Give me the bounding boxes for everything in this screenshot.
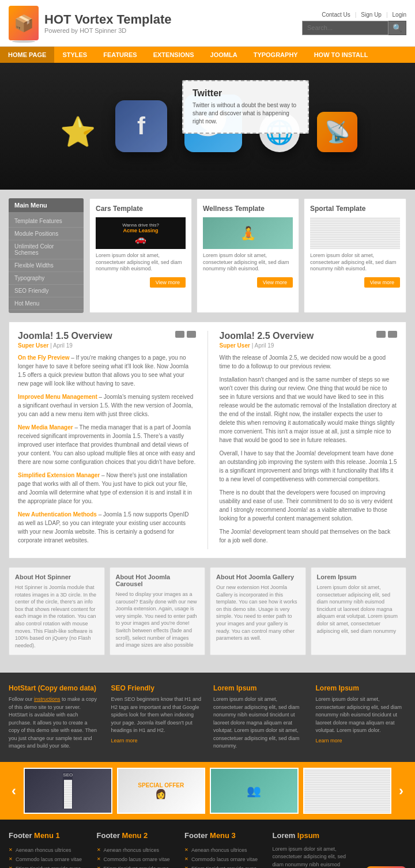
dark-learn-more-1[interactable]: Learn more xyxy=(111,738,138,744)
email-icon[interactable] xyxy=(175,331,184,338)
footer-item-1-0[interactable]: Aenean rhoncus ultrices xyxy=(97,846,176,855)
sidebar-item-0[interactable]: Template Features xyxy=(9,215,84,228)
article-p-0: With the release of Joomla 2.5, we decid… xyxy=(220,353,398,371)
info-card-title-0: About Hot Spinner xyxy=(15,573,99,580)
article-title-1: Joomla! 2.5 Overview xyxy=(220,331,398,341)
footer-item-0-0[interactable]: Aenean rhoncus ultrices xyxy=(9,846,88,855)
sidebar-item-6[interactable]: Hot Menu xyxy=(9,297,84,310)
contact-link[interactable]: Contact Us xyxy=(322,12,350,18)
article-icons-0 xyxy=(175,331,196,338)
logo-icon: 📦 xyxy=(9,6,39,40)
sidebar-item-3[interactable]: Flexible Widths xyxy=(9,259,84,272)
info-card-2: About Hot Joomla Gallery Our new extensi… xyxy=(210,567,306,655)
footer-item-2-2[interactable]: Etiam tincidunt gravida nunc xyxy=(184,864,264,868)
footer-list-2: Aenean rhoncus ultrices Commodo lacus or… xyxy=(184,846,264,868)
footer-list-0: Aenean rhoncus ultrices Commodo lacus or… xyxy=(9,846,88,868)
sidebar-item-4[interactable]: Typography xyxy=(9,272,84,285)
carousel-next[interactable]: › xyxy=(396,780,406,802)
dark-learn-more-3[interactable]: Learn more xyxy=(316,738,342,744)
article-p-3: There is no doubt that the developers we… xyxy=(220,488,398,523)
star-icon: ⭐ xyxy=(58,112,98,152)
footer-list-1: Aenean rhoncus ultrices Commodo lacus or… xyxy=(97,846,176,868)
dark-col-3: Lorem Ipsum Lorem ipsum dolor sit amet, … xyxy=(316,684,407,750)
footer-title-0: Footer Menu 1 xyxy=(9,831,88,840)
footer-item-0-2[interactable]: Etiam tincidunt gravida nunc xyxy=(9,864,88,868)
article-0: Joomla! 1.5 Overview Super User | April … xyxy=(18,331,196,549)
footer-col-1: Footer Menu 2 Aenean rhoncus ultrices Co… xyxy=(97,831,176,868)
nav-how-to[interactable]: HOW TO INSTALL xyxy=(306,47,376,63)
featured-card-sportal: Sportal Template Lorem ipsum dolor sit a… xyxy=(304,198,406,313)
logo-area: 📦 HOT Vortex Template Powered by HOT Spi… xyxy=(9,6,171,40)
email-icon-2[interactable] xyxy=(376,331,386,338)
dark-title-3: Lorem Ipsum xyxy=(316,684,407,692)
footer-item-2-0[interactable]: Aenean rhoncus ultrices xyxy=(184,846,264,855)
article-date-0: | April 19 xyxy=(50,342,73,349)
footer-col-3: Lorem Ipsum Lorem ipsum dolor sit amet, … xyxy=(273,831,352,868)
header-right: Contact Us | Sign Up | Login 🔍 xyxy=(302,12,406,35)
nav-extensions[interactable]: EXTENSIONS xyxy=(145,47,202,63)
featured-title-0: Cars Template xyxy=(96,205,186,213)
nav-joomla[interactable]: JOOMLA xyxy=(202,47,246,63)
nav-home[interactable]: HOME PAGE xyxy=(0,47,54,63)
footer-title-1: Footer Menu 2 xyxy=(97,831,176,840)
article-feature-2: New Media Manager – The media manager th… xyxy=(18,423,196,466)
article-meta-1: Super User | April 19 xyxy=(220,342,398,349)
dark-title-2: Lorem Ipsum xyxy=(213,684,304,692)
info-card-text-0: Hot Spinner is Joomla module that rotate… xyxy=(15,584,99,649)
featured-row: Main Menu Template Features Module Posit… xyxy=(9,198,406,313)
info-card-title-1: About Hot Joomla Carousel xyxy=(116,573,199,587)
site-name: HOT Vortex Template xyxy=(44,12,171,27)
footer-item-1-1[interactable]: Commodo lacus ornare vitae xyxy=(97,855,176,864)
sidebar-item-5[interactable]: SEO Friendly xyxy=(9,285,84,297)
article-feature-4: New Authentication Methods – Joomla 1.5 … xyxy=(18,510,196,545)
carousel-item-0[interactable]: SEO xyxy=(24,768,112,814)
featured-desc-1: Lorem ipsum dolor sit amet, consectetuer… xyxy=(203,252,293,273)
nav-styles[interactable]: STYLES xyxy=(54,47,95,63)
print-icon-2[interactable] xyxy=(388,331,397,338)
sidebar-item-1[interactable]: Module Positions xyxy=(9,228,84,240)
footer-item-1-2[interactable]: Etiam tincidunt gravida nunc xyxy=(97,864,176,868)
featured-thumb-0: Wanna drive this? Acme Leasing 🚗 xyxy=(96,217,186,249)
site-subtitle: Powered by HOT Spinner 3D xyxy=(44,27,171,34)
info-card-title-3: Lorem Ipsum xyxy=(317,573,401,580)
view-more-btn-2[interactable]: View more xyxy=(364,277,400,288)
view-more-btn-0[interactable]: View more xyxy=(150,277,186,288)
featured-title-2: Sportal Template xyxy=(310,205,400,213)
signup-link[interactable]: Sign Up xyxy=(361,12,382,18)
print-icon[interactable] xyxy=(187,331,196,338)
article-p-4: The Joomla! development team should pat … xyxy=(220,527,398,545)
footer-title-3: Lorem Ipsum xyxy=(273,831,352,840)
nav-typography[interactable]: TYPOGRAPHY xyxy=(246,47,306,63)
site-title: HOT Vortex Template Powered by HOT Spinn… xyxy=(44,12,171,34)
nav-features[interactable]: FEATURES xyxy=(95,47,145,63)
featured-items: Cars Template Wanna drive this? Acme Lea… xyxy=(89,198,406,313)
article-date-1: | April 19 xyxy=(252,342,274,349)
carousel-prev[interactable]: ‹ xyxy=(9,780,19,802)
carousel-item-3[interactable] xyxy=(303,768,392,814)
article-p-1: Installation hasn't changed and is the s… xyxy=(220,375,398,444)
footer-title-2: Footer Menu 3 xyxy=(184,831,264,840)
carousel-section: ‹ SEO SPECIAL OFFER 👩 👥 xyxy=(0,762,415,820)
login-link[interactable]: Login xyxy=(393,12,406,18)
hero-slider: ⭐ f 🌐 📡 Twitter Twitter is without a dou… xyxy=(0,63,415,190)
footer-logo: Joomla FOX xyxy=(360,831,406,868)
footer-item-2-1[interactable]: Commodo lacus ornare vitae xyxy=(184,855,264,864)
hero-tooltip: Twitter Twitter is without a doubt the b… xyxy=(182,80,309,134)
article-divider xyxy=(207,331,208,549)
search-button[interactable]: 🔍 xyxy=(388,21,406,35)
instructions-link[interactable]: instructions xyxy=(34,696,61,702)
info-card-text-1: Need to display your images as a carouse… xyxy=(116,591,199,649)
header: 📦 HOT Vortex Template Powered by HOT Spi… xyxy=(0,0,415,47)
tooltip-text: Twitter is without a doubt the best way … xyxy=(193,101,299,126)
sidebar-item-2[interactable]: Unlimited Color Schemes xyxy=(9,240,84,259)
footer-item-0-1[interactable]: Commodo lacus ornare vitae xyxy=(9,855,88,864)
article-icons-1 xyxy=(376,331,397,338)
main-nav: HOME PAGE STYLES FEATURES EXTENSIONS JOO… xyxy=(0,47,415,63)
carousel-item-2[interactable]: 👥 xyxy=(210,768,299,814)
dark-col-0: HotStart (Copy demo data) Follow our ins… xyxy=(9,684,100,750)
search-area: 🔍 xyxy=(302,21,406,35)
featured-card-cars: Cars Template Wanna drive this? Acme Lea… xyxy=(89,198,192,313)
view-more-btn-1[interactable]: View more xyxy=(257,277,293,288)
search-input[interactable] xyxy=(302,21,388,35)
carousel-item-1[interactable]: SPECIAL OFFER 👩 xyxy=(117,768,206,814)
